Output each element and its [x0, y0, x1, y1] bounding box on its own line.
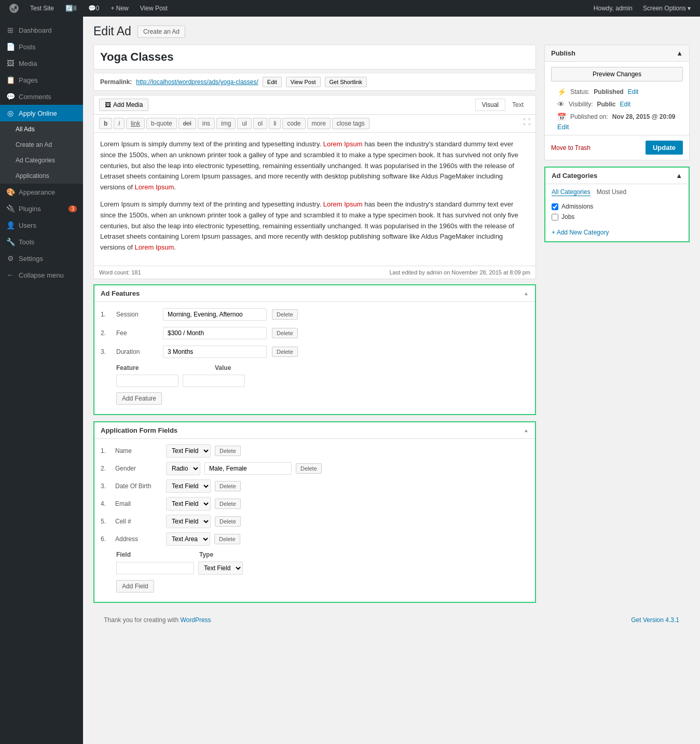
feature-value-input-1[interactable]	[163, 308, 267, 321]
field-type-select-4[interactable]: Text Field	[166, 497, 211, 511]
ad-categories-header: Ad Categories ▲	[545, 168, 689, 184]
permalink-label: Permalink:	[100, 78, 132, 86]
field-value-input-2[interactable]	[204, 462, 292, 475]
fmt-bquote[interactable]: b-quote	[146, 118, 177, 129]
fmt-ul[interactable]: ul	[237, 118, 251, 129]
field-type-select-1[interactable]: Text Field	[166, 444, 211, 458]
delete-field-btn-6[interactable]: Delete	[214, 534, 240, 544]
field-type-select-3[interactable]: Text Field	[166, 479, 211, 493]
feature-name-3: Duration	[116, 348, 158, 355]
adcat-checkbox-admissions[interactable]	[552, 203, 558, 210]
publish-widget: Publish ▲ Preview Changes ⚡ Status: Publ…	[544, 45, 690, 160]
site-name-link[interactable]: Test Site	[26, 0, 58, 17]
fmt-link[interactable]: link	[126, 118, 145, 129]
sidebar-item-create-ad[interactable]: Create an Ad	[0, 137, 83, 153]
wp-logo-link[interactable]	[5, 0, 23, 17]
fmt-ins[interactable]: ins	[198, 118, 215, 129]
sidebar-item-settings[interactable]: ⚙ Settings	[0, 250, 83, 267]
plugins-badge: 3	[68, 205, 77, 212]
app-form-fields-body: 1. Name Text Field Delete 2. Gender	[94, 439, 535, 602]
feature-value-input-3[interactable]	[163, 346, 267, 358]
adcat-checkbox-jobs[interactable]	[552, 214, 558, 221]
post-title-input[interactable]	[100, 50, 529, 64]
sidebar-item-collapse[interactable]: ← Collapse menu	[0, 267, 83, 283]
permalink-url[interactable]: http://localhost/wordpress/ads/yoga-clas…	[136, 78, 258, 86]
permalink-shortlink-btn[interactable]: Get Shortlink	[325, 77, 367, 87]
wordpress-link[interactable]: WordPress	[180, 616, 211, 624]
editor-content[interactable]: Lorem Ipsum is simply dummy text of the …	[94, 133, 536, 266]
delete-feature-btn-1[interactable]: Delete	[272, 309, 298, 320]
delete-field-btn-2[interactable]: Delete	[296, 463, 322, 474]
field-type-select-6[interactable]: Text Area	[166, 532, 210, 546]
fmt-code[interactable]: code	[282, 118, 305, 129]
sidebar-item-comments[interactable]: 💬 Comments	[0, 88, 83, 105]
field-row-3: 3. Date Of Birth Text Field Delete	[101, 479, 529, 493]
new-feature-value-input[interactable]	[183, 375, 245, 387]
fmt-li[interactable]: li	[269, 118, 281, 129]
field-type-select-5[interactable]: Text Field	[166, 515, 211, 528]
delete-feature-btn-2[interactable]: Delete	[272, 328, 298, 338]
sidebar-item-plugins[interactable]: 🔌 Plugins 3	[0, 200, 83, 217]
permalink-edit-btn[interactable]: Edit	[263, 77, 282, 87]
visibility-edit-link[interactable]: Edit	[620, 101, 630, 108]
new-feature-row	[101, 375, 529, 387]
fmt-ol[interactable]: ol	[253, 118, 267, 129]
status-edit-link[interactable]: Edit	[628, 88, 639, 95]
tab-text[interactable]: Text	[505, 99, 530, 111]
update-button[interactable]: Update	[646, 141, 683, 155]
fmt-italic[interactable]: i	[114, 118, 125, 129]
sidebar-item-users[interactable]: 👤 Users	[0, 217, 83, 233]
delete-field-btn-4[interactable]: Delete	[215, 499, 241, 509]
ad-features-metabox: Ad Features ▲ 1. Session Delete 2.	[93, 284, 536, 415]
get-version-link[interactable]: Get Version 4.3.1	[631, 616, 679, 624]
sidebar-item-applications[interactable]: Applications	[0, 168, 83, 184]
app-form-fields-header[interactable]: Application Form Fields ▲	[94, 422, 535, 439]
comments-link[interactable]: 💬 0	[84, 0, 104, 17]
add-feature-button[interactable]: Add Feature	[116, 392, 162, 405]
ad-features-header[interactable]: Ad Features ▲	[94, 285, 535, 302]
add-new-category-link[interactable]: + Add New Category	[552, 229, 609, 236]
editor-expand-icon[interactable]: ⛶	[523, 118, 530, 129]
ad-categories-tabs: All Categories Most Used	[545, 184, 689, 198]
tab-most-used[interactable]: Most Used	[597, 188, 626, 196]
sidebar-item-media[interactable]: 🖼 Media	[0, 55, 83, 72]
add-field-button[interactable]: Add Field	[116, 580, 154, 593]
delete-feature-btn-3[interactable]: Delete	[272, 347, 298, 357]
delete-field-btn-5[interactable]: Delete	[215, 516, 241, 527]
fmt-more[interactable]: more	[307, 118, 331, 129]
preview-changes-button[interactable]: Preview Changes	[551, 67, 683, 81]
published-edit-link[interactable]: Edit	[557, 123, 569, 131]
updates-link[interactable]: 🔄 8	[61, 0, 81, 17]
wp-footer: Thank you for creating with WordPress Ge…	[93, 609, 690, 631]
permalink-view-btn[interactable]: View Post	[286, 77, 321, 87]
delete-field-btn-3[interactable]: Delete	[215, 481, 241, 491]
tab-visual[interactable]: Visual	[475, 99, 505, 111]
fmt-close-tags[interactable]: close tags	[332, 118, 369, 129]
create-ad-button[interactable]: Create an Ad	[138, 25, 185, 38]
new-feature-name-input[interactable]	[116, 375, 179, 387]
delete-field-btn-1[interactable]: Delete	[215, 446, 241, 456]
sidebar-item-dashboard[interactable]: ⊞ Dashboard	[0, 22, 83, 38]
move-to-trash-link[interactable]: Move to Trash	[551, 144, 591, 151]
sidebar-item-appearance[interactable]: 🎨 Appearance	[0, 184, 83, 200]
new-field-name-input[interactable]	[116, 562, 194, 574]
screen-options-btn[interactable]: Screen Options ▾	[639, 0, 695, 17]
sidebar-item-ad-categories[interactable]: Ad Categories	[0, 153, 83, 168]
fmt-img[interactable]: img	[216, 118, 236, 129]
sidebar-item-apply-online[interactable]: ◎ Apply Online	[0, 105, 83, 121]
sidebar-item-tools[interactable]: 🔧 Tools	[0, 233, 83, 250]
add-media-button[interactable]: 🖼 Add Media	[99, 99, 148, 111]
new-content-link[interactable]: + New	[106, 0, 132, 17]
tab-all-categories[interactable]: All Categories	[552, 188, 591, 196]
fmt-bold[interactable]: b	[99, 118, 112, 129]
new-field-type-select[interactable]: Text Field Radio Text Area	[198, 561, 243, 575]
fmt-del[interactable]: del	[179, 118, 196, 129]
sidebar-item-all-ads[interactable]: All Ads	[0, 121, 83, 137]
sidebar-item-pages[interactable]: 📋 Pages	[0, 72, 83, 88]
ad-categories-toggle-icon: ▲	[676, 172, 682, 180]
adcat-item-admissions: Admissions	[552, 201, 682, 212]
feature-value-input-2[interactable]	[163, 327, 267, 339]
view-post-link[interactable]: View Post	[136, 0, 172, 17]
sidebar-item-posts[interactable]: 📄 Posts	[0, 38, 83, 55]
field-type-select-2[interactable]: Radio	[166, 462, 200, 475]
